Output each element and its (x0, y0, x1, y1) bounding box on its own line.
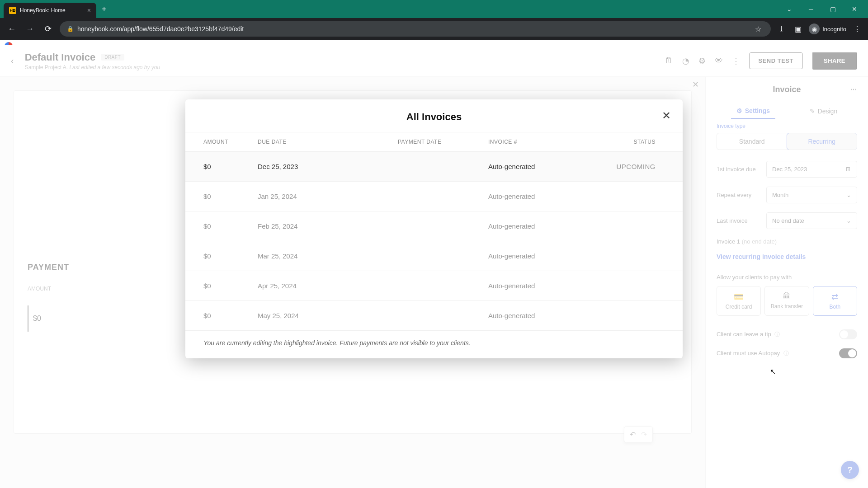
bookmark-star-icon[interactable]: ☆ (753, 25, 764, 33)
incognito-label: Incognito (822, 26, 846, 33)
cell-payment-date (398, 222, 488, 230)
modal-overlay[interactable]: All Invoices ✕ AMOUNT DUE DATE PAYMENT D… (0, 45, 868, 488)
cell-due-date: Jan 25, 2024 (258, 192, 398, 200)
modal-close-icon[interactable]: ✕ (662, 109, 671, 122)
cell-invoice-num: Auto-generated (488, 252, 592, 260)
cell-amount: $0 (203, 222, 258, 230)
back-icon[interactable]: ← (5, 24, 18, 34)
maximize-button[interactable]: ▢ (826, 3, 839, 15)
table-row[interactable]: $0Dec 25, 2023Auto-generatedUPCOMING (185, 152, 683, 182)
tab-title: HoneyBook: Home (20, 7, 66, 14)
browser-tab[interactable]: HB HoneyBook: Home × (4, 3, 96, 18)
th-due-date: DUE DATE (258, 139, 398, 145)
minimize-button[interactable]: ─ (805, 3, 817, 15)
close-window-button[interactable]: ✕ (848, 3, 861, 15)
modal-title: All Invoices (185, 99, 683, 132)
cell-amount: $0 (203, 252, 258, 260)
th-invoice-num: INVOICE # (488, 139, 592, 145)
reload-icon[interactable]: ⟳ (42, 24, 54, 34)
cell-payment-date (398, 312, 488, 319)
chevron-down-icon[interactable]: ⌄ (783, 3, 796, 15)
cell-due-date: Dec 25, 2023 (258, 163, 398, 170)
cell-invoice-num: Auto-generated (488, 192, 592, 200)
cell-due-date: May 25, 2024 (258, 312, 398, 319)
table-row[interactable]: $0Mar 25, 2024Auto-generated (185, 241, 683, 271)
th-payment-date: PAYMENT DATE (398, 139, 488, 145)
cell-amount: $0 (203, 282, 258, 290)
table-row[interactable]: $0Apr 25, 2024Auto-generated (185, 271, 683, 301)
cell-status (592, 312, 656, 319)
th-status: STATUS (592, 139, 656, 145)
table-row[interactable]: $0Jan 25, 2024Auto-generated (185, 182, 683, 211)
download-icon[interactable]: ⭳ (776, 25, 787, 33)
new-tab-button[interactable]: + (102, 5, 107, 14)
cell-payment-date (398, 282, 488, 290)
cell-status: UPCOMING (592, 163, 656, 170)
favicon: HB (9, 7, 16, 14)
cell-status (592, 192, 656, 200)
cell-status (592, 222, 656, 230)
table-row[interactable]: $0May 25, 2024Auto-generated (185, 301, 683, 331)
table-row[interactable]: $0Feb 25, 2024Auto-generated (185, 211, 683, 241)
cell-invoice-num: Auto-generated (488, 163, 592, 170)
forward-icon[interactable]: → (24, 24, 36, 34)
cell-payment-date (398, 163, 488, 170)
th-amount: AMOUNT (203, 139, 258, 145)
menu-icon[interactable]: ⋮ (852, 25, 863, 33)
cell-payment-date (398, 252, 488, 260)
cell-payment-date (398, 192, 488, 200)
url-text: honeybook.com/app/flow/655d7dae0e2be3125… (77, 25, 749, 33)
extensions-icon[interactable]: ▣ (793, 25, 803, 33)
cell-due-date: Apr 25, 2024 (258, 282, 398, 290)
cell-invoice-num: Auto-generated (488, 312, 592, 319)
all-invoices-modal: All Invoices ✕ AMOUNT DUE DATE PAYMENT D… (185, 99, 683, 358)
cell-status (592, 282, 656, 290)
cell-due-date: Feb 25, 2024 (258, 222, 398, 230)
cell-amount: $0 (203, 312, 258, 319)
cell-due-date: Mar 25, 2024 (258, 252, 398, 260)
cell-amount: $0 (203, 163, 258, 170)
cell-status (592, 252, 656, 260)
incognito-icon: ◉ (809, 23, 820, 34)
cell-amount: $0 (203, 192, 258, 200)
incognito-badge[interactable]: ◉ Incognito (809, 23, 846, 34)
tab-close-icon[interactable]: × (87, 7, 91, 14)
cell-invoice-num: Auto-generated (488, 282, 592, 290)
cell-invoice-num: Auto-generated (488, 222, 592, 230)
modal-footer-note: You are currently editing the highlighte… (185, 331, 683, 349)
address-bar[interactable]: 🔒 honeybook.com/app/flow/655d7dae0e2be31… (60, 21, 771, 37)
lock-icon: 🔒 (67, 26, 74, 32)
